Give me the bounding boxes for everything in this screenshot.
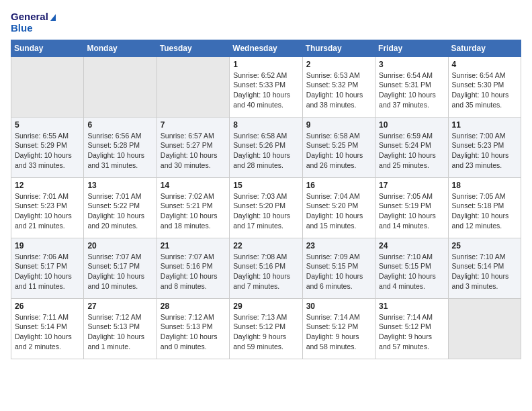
- day-number: 16: [306, 181, 371, 190]
- calendar-cell: 4Sunrise: 6:54 AM Sunset: 5:30 PM Daylig…: [448, 56, 521, 117]
- logo-blue: Blue: [11, 22, 56, 34]
- day-info: Sunrise: 7:05 AM Sunset: 5:19 PM Dayligh…: [379, 191, 444, 231]
- day-number: 15: [233, 181, 298, 190]
- day-number: 25: [452, 241, 517, 250]
- day-info: Sunrise: 6:52 AM Sunset: 5:33 PM Dayligh…: [233, 71, 298, 110]
- day-info: Sunrise: 7:08 AM Sunset: 5:16 PM Dayligh…: [233, 252, 298, 291]
- calendar-cell: 11Sunrise: 7:00 AM Sunset: 5:23 PM Dayli…: [448, 117, 521, 177]
- calendar-week-row: 1Sunrise: 6:52 AM Sunset: 5:33 PM Daylig…: [11, 56, 521, 117]
- weekday-header-sunday: Sunday: [11, 40, 84, 56]
- day-info: Sunrise: 7:13 AM Sunset: 5:12 PM Dayligh…: [233, 312, 298, 352]
- day-info: Sunrise: 6:55 AM Sunset: 5:29 PM Dayligh…: [15, 131, 80, 171]
- calendar-week-row: 19Sunrise: 7:06 AM Sunset: 5:17 PM Dayli…: [11, 238, 521, 298]
- day-info: Sunrise: 7:09 AM Sunset: 5:15 PM Dayligh…: [306, 252, 371, 291]
- calendar-cell: 31Sunrise: 7:14 AM Sunset: 5:12 PM Dayli…: [375, 298, 448, 359]
- day-number: 23: [306, 241, 371, 250]
- day-number: 2: [306, 60, 371, 69]
- day-info: Sunrise: 7:02 AM Sunset: 5:21 PM Dayligh…: [161, 191, 226, 231]
- calendar-body: 1Sunrise: 6:52 AM Sunset: 5:33 PM Daylig…: [11, 56, 521, 359]
- calendar-cell: 13Sunrise: 7:01 AM Sunset: 5:22 PM Dayli…: [84, 177, 157, 238]
- day-info: Sunrise: 6:54 AM Sunset: 5:30 PM Dayligh…: [452, 71, 517, 110]
- calendar-cell: 27Sunrise: 7:12 AM Sunset: 5:13 PM Dayli…: [84, 298, 157, 359]
- calendar-cell: [157, 56, 229, 117]
- day-number: 5: [15, 120, 80, 130]
- calendar-cell: 16Sunrise: 7:04 AM Sunset: 5:20 PM Dayli…: [302, 177, 375, 238]
- day-number: 31: [379, 302, 444, 311]
- day-info: Sunrise: 7:14 AM Sunset: 5:12 PM Dayligh…: [306, 312, 371, 352]
- day-number: 19: [15, 241, 80, 250]
- calendar-cell: 14Sunrise: 7:02 AM Sunset: 5:21 PM Dayli…: [157, 177, 229, 238]
- calendar-cell: 20Sunrise: 7:07 AM Sunset: 5:17 PM Dayli…: [84, 238, 157, 298]
- day-number: 11: [452, 120, 517, 130]
- day-number: 20: [87, 241, 152, 250]
- calendar-cell: [11, 56, 84, 117]
- calendar-cell: [448, 298, 521, 359]
- calendar-cell: 22Sunrise: 7:08 AM Sunset: 5:16 PM Dayli…: [230, 238, 302, 298]
- calendar-cell: 19Sunrise: 7:06 AM Sunset: 5:17 PM Dayli…: [11, 238, 84, 298]
- day-number: 6: [87, 120, 152, 130]
- day-number: 22: [233, 241, 298, 250]
- day-info: Sunrise: 7:01 AM Sunset: 5:22 PM Dayligh…: [87, 191, 152, 231]
- calendar-cell: 6Sunrise: 6:56 AM Sunset: 5:28 PM Daylig…: [84, 117, 157, 177]
- day-number: 28: [161, 302, 226, 311]
- day-number: 10: [379, 120, 444, 130]
- day-number: 9: [306, 120, 371, 130]
- day-info: Sunrise: 7:00 AM Sunset: 5:23 PM Dayligh…: [452, 131, 517, 171]
- calendar-cell: 8Sunrise: 6:58 AM Sunset: 5:26 PM Daylig…: [230, 117, 302, 177]
- day-info: Sunrise: 7:12 AM Sunset: 5:13 PM Dayligh…: [87, 312, 152, 352]
- calendar-week-row: 12Sunrise: 7:01 AM Sunset: 5:23 PM Dayli…: [11, 177, 521, 238]
- calendar-cell: 10Sunrise: 6:59 AM Sunset: 5:24 PM Dayli…: [375, 117, 448, 177]
- day-number: 27: [87, 302, 152, 311]
- calendar-cell: 23Sunrise: 7:09 AM Sunset: 5:15 PM Dayli…: [302, 238, 375, 298]
- weekday-header-friday: Friday: [375, 40, 448, 56]
- day-number: 3: [379, 60, 444, 69]
- day-number: 24: [379, 241, 444, 250]
- day-info: Sunrise: 7:01 AM Sunset: 5:23 PM Dayligh…: [15, 191, 80, 231]
- calendar-cell: 21Sunrise: 7:07 AM Sunset: 5:16 PM Dayli…: [157, 238, 229, 298]
- calendar-cell: 24Sunrise: 7:10 AM Sunset: 5:15 PM Dayli…: [375, 238, 448, 298]
- calendar-cell: 26Sunrise: 7:11 AM Sunset: 5:14 PM Dayli…: [11, 298, 84, 359]
- calendar-cell: 28Sunrise: 7:12 AM Sunset: 5:13 PM Dayli…: [157, 298, 229, 359]
- weekday-header-tuesday: Tuesday: [157, 40, 229, 56]
- day-info: Sunrise: 6:56 AM Sunset: 5:28 PM Dayligh…: [87, 131, 152, 171]
- calendar-week-row: 26Sunrise: 7:11 AM Sunset: 5:14 PM Dayli…: [11, 298, 521, 359]
- calendar-cell: 29Sunrise: 7:13 AM Sunset: 5:12 PM Dayli…: [230, 298, 302, 359]
- calendar-cell: 30Sunrise: 7:14 AM Sunset: 5:12 PM Dayli…: [302, 298, 375, 359]
- calendar-cell: 5Sunrise: 6:55 AM Sunset: 5:29 PM Daylig…: [11, 117, 84, 177]
- logo: General Blue: [11, 11, 56, 34]
- page-header: General Blue: [11, 11, 521, 34]
- day-number: 18: [452, 181, 517, 190]
- day-info: Sunrise: 7:10 AM Sunset: 5:15 PM Dayligh…: [379, 252, 444, 291]
- day-info: Sunrise: 7:06 AM Sunset: 5:17 PM Dayligh…: [15, 252, 80, 291]
- day-number: 4: [452, 60, 517, 69]
- day-info: Sunrise: 6:57 AM Sunset: 5:27 PM Dayligh…: [161, 131, 226, 171]
- day-info: Sunrise: 7:12 AM Sunset: 5:13 PM Dayligh…: [161, 312, 226, 352]
- day-info: Sunrise: 7:03 AM Sunset: 5:20 PM Dayligh…: [233, 191, 298, 231]
- calendar-cell: 3Sunrise: 6:54 AM Sunset: 5:31 PM Daylig…: [375, 56, 448, 117]
- calendar-cell: 17Sunrise: 7:05 AM Sunset: 5:19 PM Dayli…: [375, 177, 448, 238]
- calendar-week-row: 5Sunrise: 6:55 AM Sunset: 5:29 PM Daylig…: [11, 117, 521, 177]
- day-info: Sunrise: 6:54 AM Sunset: 5:31 PM Dayligh…: [379, 71, 444, 110]
- day-number: 26: [15, 302, 80, 311]
- calendar-cell: 25Sunrise: 7:10 AM Sunset: 5:14 PM Dayli…: [448, 238, 521, 298]
- day-info: Sunrise: 6:53 AM Sunset: 5:32 PM Dayligh…: [306, 71, 371, 110]
- calendar-cell: 2Sunrise: 6:53 AM Sunset: 5:32 PM Daylig…: [302, 56, 375, 117]
- weekday-header-wednesday: Wednesday: [230, 40, 302, 56]
- day-info: Sunrise: 7:10 AM Sunset: 5:14 PM Dayligh…: [452, 252, 517, 291]
- calendar-cell: 15Sunrise: 7:03 AM Sunset: 5:20 PM Dayli…: [230, 177, 302, 238]
- calendar-cell: 1Sunrise: 6:52 AM Sunset: 5:33 PM Daylig…: [230, 56, 302, 117]
- weekday-header-saturday: Saturday: [448, 40, 521, 56]
- calendar-cell: 12Sunrise: 7:01 AM Sunset: 5:23 PM Dayli…: [11, 177, 84, 238]
- logo-general: General: [11, 11, 56, 22]
- day-info: Sunrise: 7:07 AM Sunset: 5:16 PM Dayligh…: [161, 252, 226, 291]
- day-info: Sunrise: 7:04 AM Sunset: 5:20 PM Dayligh…: [306, 191, 371, 231]
- day-info: Sunrise: 7:11 AM Sunset: 5:14 PM Dayligh…: [15, 312, 80, 352]
- day-number: 7: [161, 120, 226, 130]
- day-number: 12: [15, 181, 80, 190]
- day-number: 21: [161, 241, 226, 250]
- calendar-cell: [84, 56, 157, 117]
- calendar-cell: 9Sunrise: 6:58 AM Sunset: 5:25 PM Daylig…: [302, 117, 375, 177]
- day-info: Sunrise: 6:58 AM Sunset: 5:26 PM Dayligh…: [233, 131, 298, 171]
- weekday-header-row: SundayMondayTuesdayWednesdayThursdayFrid…: [11, 40, 521, 56]
- calendar-cell: 7Sunrise: 6:57 AM Sunset: 5:27 PM Daylig…: [157, 117, 229, 177]
